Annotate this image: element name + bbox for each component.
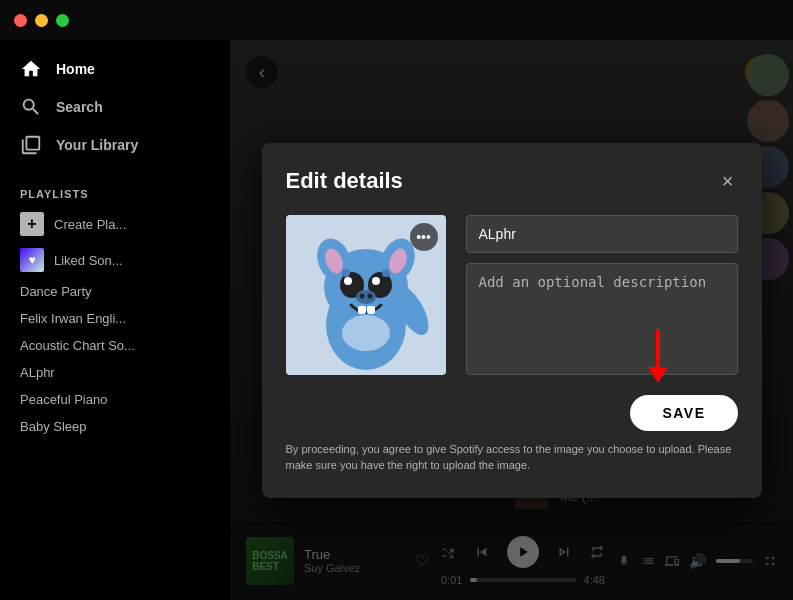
modal-body: ••• [286,215,738,375]
sidebar-nav: Home Search Your Library [0,50,230,164]
create-playlist-label: Create Pla... [54,217,126,232]
playlist-label: Dance Party [20,284,92,299]
main-content: ‹ 1 Because You Loved Me (... 4:34 BOSSA… [230,40,793,600]
svg-rect-14 [358,306,366,314]
playlist-peaceful-piano[interactable]: Peaceful Piano [0,386,230,413]
modal-footer: SAVE By proceeding, you agree to give Sp… [286,395,738,474]
svg-rect-15 [367,306,375,314]
sidebar: Home Search Your Library PLAYLIST [0,40,230,600]
playlist-acoustic[interactable]: Acoustic Chart So... [0,332,230,359]
liked-songs-item[interactable]: ♥ Liked Son... [0,242,230,278]
sidebar-item-home[interactable]: Home [8,50,222,88]
playlists-section-title: PLAYLISTS [0,180,230,206]
playlist-label: Peaceful Piano [20,392,107,407]
create-playlist-item[interactable]: + Create Pla... [0,206,230,242]
home-label: Home [56,61,95,77]
svg-point-19 [382,269,390,277]
minimize-button[interactable] [35,14,48,27]
modal-header: Edit details × [286,167,738,195]
svg-point-11 [356,290,376,304]
modal-close-button[interactable]: × [718,167,738,195]
modal-title: Edit details [286,168,403,194]
liked-songs-label: Liked Son... [54,253,123,268]
search-icon [20,96,42,118]
svg-point-9 [344,277,352,285]
library-icon [20,134,42,156]
playlist-label: Felix Irwan Engli... [20,311,126,326]
playlist-label: Acoustic Chart So... [20,338,135,353]
edit-details-modal: Edit details × [262,143,762,498]
description-textarea[interactable] [466,263,738,375]
playlist-label: Baby Sleep [20,419,87,434]
window-chrome [0,0,793,40]
heart-icon: ♥ [20,248,44,272]
playlist-dance-party[interactable]: Dance Party [0,278,230,305]
svg-point-13 [367,293,372,298]
playlist-label: ALphr [20,365,55,380]
playlist-alphr[interactable]: ALphr [0,359,230,386]
svg-point-18 [342,269,350,277]
search-label: Search [56,99,103,115]
modal-overlay[interactable]: Edit details × [230,40,793,600]
svg-point-17 [342,315,390,351]
app-layout: Home Search Your Library PLAYLIST [0,40,793,600]
sidebar-item-search[interactable]: Search [8,88,222,126]
close-button[interactable] [14,14,27,27]
fullscreen-button[interactable] [56,14,69,27]
playlist-image-area[interactable]: ••• [286,215,446,375]
modal-fields [466,215,738,375]
playlist-felix-irwan[interactable]: Felix Irwan Engli... [0,305,230,332]
modal-disclaimer: By proceeding, you agree to give Spotify… [286,441,738,474]
sidebar-item-library[interactable]: Your Library [8,126,222,164]
save-button[interactable]: SAVE [630,395,737,431]
image-more-options[interactable]: ••• [410,223,438,251]
svg-point-12 [359,293,364,298]
svg-point-10 [372,277,380,285]
plus-icon: + [20,212,44,236]
library-label: Your Library [56,137,138,153]
playlist-name-input[interactable] [466,215,738,253]
playlist-baby-sleep[interactable]: Baby Sleep [0,413,230,440]
home-icon [20,58,42,80]
